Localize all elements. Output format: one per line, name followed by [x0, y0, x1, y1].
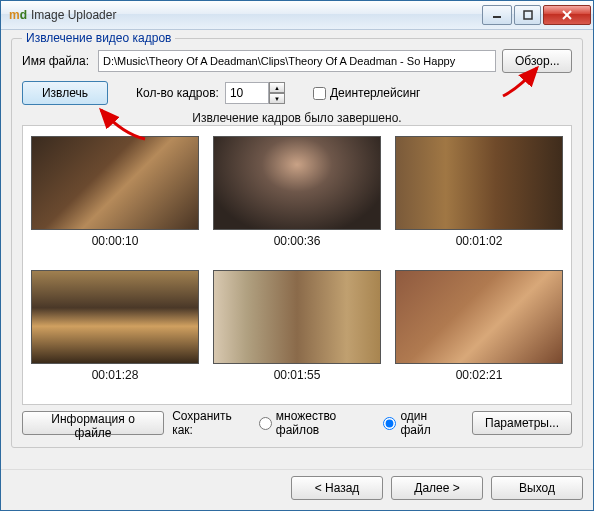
filename-input[interactable] [98, 50, 496, 72]
frame-timestamp: 00:00:36 [274, 234, 321, 248]
frame-thumb[interactable]: 00:00:36 [213, 136, 381, 260]
back-button[interactable]: < Назад [291, 476, 383, 500]
file-info-button[interactable]: Информация о файле [22, 411, 164, 435]
frame-thumb[interactable]: 00:01:02 [395, 136, 563, 260]
close-button[interactable] [543, 5, 591, 25]
svg-rect-1 [524, 11, 532, 19]
wizard-nav: < Назад Далее > Выход [1, 469, 593, 510]
frames-grid[interactable]: 00:00:10 00:00:36 00:01:02 00:01:28 00:0… [22, 125, 572, 405]
spin-down-button[interactable]: ▼ [269, 93, 285, 104]
save-multi-input[interactable] [259, 417, 272, 430]
deinterlace-input[interactable] [313, 87, 326, 100]
save-multi-label: множество файлов [276, 409, 376, 437]
app-logo: md [9, 8, 27, 22]
exit-button[interactable]: Выход [491, 476, 583, 500]
frame-timestamp: 00:01:28 [92, 368, 139, 382]
frame-timestamp: 00:01:55 [274, 368, 321, 382]
frames-count-label: Кол-во кадров: [136, 86, 219, 100]
params-button[interactable]: Параметры... [472, 411, 572, 435]
frame-image [395, 270, 563, 364]
app-window: md Image Uploader Извлечение видео кадро… [0, 0, 594, 511]
browse-button[interactable]: Обзор... [502, 49, 572, 73]
titlebar[interactable]: md Image Uploader [1, 1, 593, 30]
deinterlace-checkbox[interactable]: Деинтерлейсинг [313, 86, 421, 100]
filename-label: Имя файла: [22, 54, 92, 68]
frame-timestamp: 00:00:10 [92, 234, 139, 248]
window-title: Image Uploader [31, 8, 482, 22]
frame-thumb[interactable]: 00:01:55 [213, 270, 381, 394]
save-one-radio[interactable]: один файл [383, 409, 456, 437]
next-button[interactable]: Далее > [391, 476, 483, 500]
save-multi-radio[interactable]: множество файлов [259, 409, 376, 437]
groupbox-legend: Извлечение видео кадров [22, 31, 175, 45]
spin-up-button[interactable]: ▲ [269, 82, 285, 93]
frame-image [213, 270, 381, 364]
frame-thumb[interactable]: 00:00:10 [31, 136, 199, 260]
maximize-button[interactable] [514, 5, 541, 25]
frame-timestamp: 00:01:02 [456, 234, 503, 248]
frame-thumb[interactable]: 00:02:21 [395, 270, 563, 394]
minimize-button[interactable] [482, 5, 512, 25]
save-one-label: один файл [400, 409, 456, 437]
frame-image [31, 136, 199, 230]
deinterlace-label: Деинтерлейсинг [330, 86, 421, 100]
save-as-label: Сохранить как: [172, 409, 251, 437]
save-one-input[interactable] [383, 417, 396, 430]
window-controls [482, 5, 591, 25]
frames-count-input[interactable] [225, 82, 269, 104]
client-area: Извлечение видео кадров Имя файла: Обзор… [1, 30, 593, 469]
frame-timestamp: 00:02:21 [456, 368, 503, 382]
status-text: Извлечение кадров было завершено. [22, 111, 572, 125]
frames-count-spinner: ▲ ▼ [225, 82, 285, 104]
frame-image [395, 136, 563, 230]
frame-image [213, 136, 381, 230]
frame-image [31, 270, 199, 364]
extract-button[interactable]: Извлечь [22, 81, 108, 105]
extract-groupbox: Извлечение видео кадров Имя файла: Обзор… [11, 38, 583, 448]
frame-thumb[interactable]: 00:01:28 [31, 270, 199, 394]
